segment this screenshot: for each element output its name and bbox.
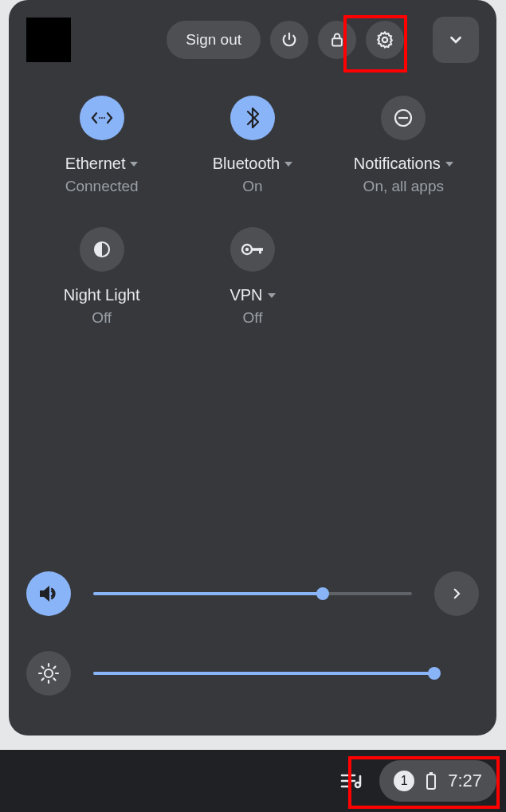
brightness-row bbox=[26, 651, 479, 696]
notifications-toggle[interactable]: Notifications On, all apps bbox=[335, 96, 471, 195]
dropdown-caret-icon bbox=[284, 162, 292, 167]
quick-toggles-grid: Ethernet Connected Bluetooth On bbox=[26, 96, 479, 327]
volume-button[interactable] bbox=[26, 571, 71, 616]
quick-settings-panel: Sign out Ethernet bbox=[9, 0, 496, 736]
do-not-disturb-icon bbox=[393, 108, 414, 128]
vpn-label-row: VPN bbox=[229, 286, 275, 304]
vpn-toggle[interactable]: VPN Off bbox=[185, 227, 320, 327]
night-light-icon bbox=[92, 239, 112, 260]
vpn-label: VPN bbox=[229, 286, 262, 304]
music-queue-icon bbox=[340, 771, 363, 790]
slider-track-fill bbox=[93, 592, 323, 595]
clock: 7:27 bbox=[448, 771, 482, 791]
ethernet-toggle[interactable]: Ethernet Connected bbox=[34, 96, 170, 195]
ethernet-icon-circle bbox=[80, 96, 124, 140]
svg-line-19 bbox=[42, 678, 44, 680]
vpn-status: Off bbox=[242, 309, 262, 327]
svg-line-18 bbox=[53, 678, 55, 680]
bluetooth-status: On bbox=[242, 178, 262, 195]
ethernet-status: Connected bbox=[65, 178, 139, 195]
svg-line-17 bbox=[42, 667, 44, 669]
bluetooth-label: Bluetooth bbox=[213, 155, 280, 173]
slider-thumb[interactable] bbox=[316, 587, 329, 600]
notification-count-badge: 1 bbox=[394, 771, 414, 791]
night-light-label-row: Night Light bbox=[64, 286, 140, 304]
volume-icon bbox=[38, 584, 59, 603]
svg-rect-24 bbox=[427, 775, 435, 789]
chevron-right-icon bbox=[449, 586, 464, 601]
dropdown-caret-icon bbox=[445, 162, 453, 167]
bluetooth-icon-circle bbox=[230, 96, 275, 140]
svg-point-9 bbox=[245, 248, 249, 251]
shelf: 1 7:27 bbox=[0, 750, 506, 812]
svg-point-2 bbox=[99, 117, 100, 119]
vpn-icon-circle bbox=[230, 227, 275, 272]
settings-button[interactable] bbox=[366, 21, 404, 59]
night-light-status: Off bbox=[92, 309, 112, 327]
svg-rect-0 bbox=[332, 38, 342, 45]
svg-point-3 bbox=[101, 117, 103, 119]
user-avatar[interactable] bbox=[26, 18, 71, 62]
sign-out-label: Sign out bbox=[186, 31, 241, 49]
vpn-key-icon bbox=[241, 242, 265, 257]
svg-line-20 bbox=[53, 667, 55, 669]
power-icon bbox=[280, 31, 298, 49]
night-light-icon-circle bbox=[80, 227, 124, 272]
screen: Sign out Ethernet bbox=[0, 0, 506, 812]
svg-rect-11 bbox=[259, 248, 261, 253]
bluetooth-label-row: Bluetooth bbox=[213, 155, 293, 173]
svg-point-1 bbox=[382, 37, 387, 42]
svg-rect-25 bbox=[430, 772, 433, 775]
lock-button[interactable] bbox=[318, 21, 356, 59]
lock-icon bbox=[329, 31, 345, 49]
bluetooth-icon bbox=[246, 108, 259, 128]
notification-count: 1 bbox=[401, 774, 408, 788]
ethernet-label: Ethernet bbox=[65, 155, 126, 173]
notifications-icon-circle bbox=[381, 96, 426, 140]
notifications-label-row: Notifications bbox=[354, 155, 453, 173]
media-controls-button[interactable] bbox=[331, 761, 371, 801]
chevron-down-icon bbox=[447, 31, 465, 49]
night-light-label: Night Light bbox=[64, 286, 140, 304]
panel-header: Sign out bbox=[26, 18, 479, 62]
bluetooth-toggle[interactable]: Bluetooth On bbox=[185, 96, 320, 195]
collapse-panel-button[interactable] bbox=[433, 17, 479, 63]
notifications-status: On, all apps bbox=[363, 178, 444, 195]
dropdown-caret-icon bbox=[130, 162, 138, 167]
gear-icon bbox=[375, 30, 394, 49]
brightness-icon bbox=[37, 662, 60, 685]
ethernet-label-row: Ethernet bbox=[65, 155, 139, 173]
notifications-label: Notifications bbox=[354, 155, 441, 173]
brightness-slider[interactable] bbox=[93, 666, 434, 681]
slider-track-fill bbox=[93, 672, 434, 675]
sign-out-button[interactable]: Sign out bbox=[167, 21, 261, 59]
svg-point-4 bbox=[104, 117, 105, 119]
ethernet-icon bbox=[91, 110, 113, 126]
dropdown-caret-icon bbox=[268, 293, 276, 298]
audio-settings-button[interactable] bbox=[434, 571, 479, 616]
slider-thumb[interactable] bbox=[428, 667, 441, 680]
power-button[interactable] bbox=[270, 21, 308, 59]
battery-icon bbox=[426, 771, 437, 790]
volume-row bbox=[26, 571, 479, 616]
status-tray[interactable]: 1 7:27 bbox=[379, 760, 496, 802]
brightness-button[interactable] bbox=[26, 651, 71, 696]
sliders-section bbox=[26, 571, 479, 718]
svg-point-12 bbox=[45, 669, 53, 677]
volume-slider[interactable] bbox=[93, 586, 412, 601]
night-light-toggle[interactable]: Night Light Off bbox=[34, 227, 170, 327]
